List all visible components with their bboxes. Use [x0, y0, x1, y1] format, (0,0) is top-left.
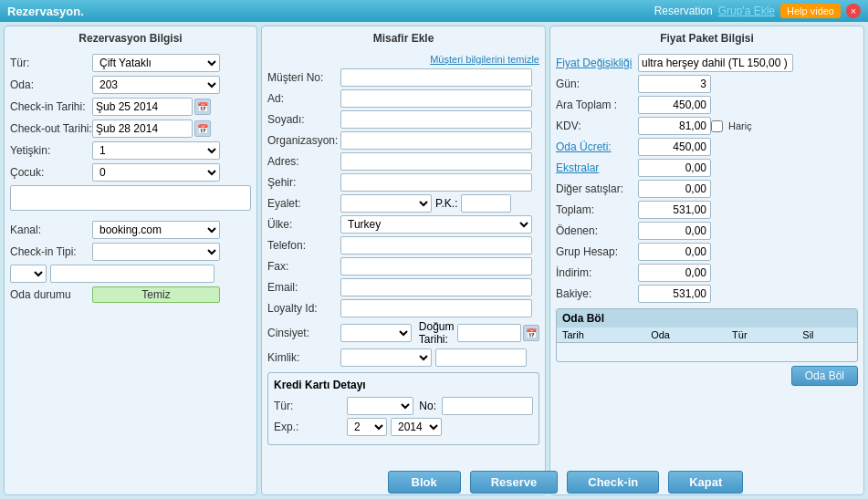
loyalty-input[interactable] — [340, 299, 532, 317]
eyalet-label: Eyalet: — [267, 197, 340, 210]
odenen-value: 0,00 — [638, 222, 711, 240]
notes-area[interactable] — [10, 185, 251, 211]
telefon-label: Telefon: — [267, 239, 340, 252]
checkout-input[interactable]: Şub 28 2014 — [92, 120, 193, 138]
dogum-calendar-icon[interactable]: 📅 — [523, 325, 539, 341]
telefon-input[interactable] — [340, 236, 532, 255]
organizasyon-input[interactable] — [340, 131, 532, 150]
paket-input[interactable]: ultra herşey dahil (TL 150,00 ) — [638, 54, 793, 72]
fiyat-degisikligi-link[interactable]: Fiyat Değişikliği — [556, 57, 638, 69]
left-panel: Rezervasyon Bilgisi Tür: Çift Yataklı Od… — [4, 26, 257, 495]
musteri-no-input[interactable] — [340, 68, 532, 87]
odenen-row: Ödenen: 0,00 — [556, 222, 858, 240]
odenen-label: Ödenen: — [556, 224, 638, 237]
kimlik-input[interactable] — [435, 348, 527, 367]
tur-select[interactable]: Çift Yataklı — [92, 54, 220, 72]
checkout-row: Check-out Tarihi: Şub 28 2014 📅 — [10, 120, 251, 138]
indirim-value: 0,00 — [638, 264, 711, 282]
reservation-link[interactable]: Reservation — [654, 5, 713, 17]
oda-bol-table: Tarih Oda Tür Sil — [557, 327, 857, 361]
dogum-label: DoğumTarihi: — [419, 320, 455, 346]
haris-checkbox[interactable] — [711, 120, 723, 132]
yetiskin-row: Yetişkin: 1 2 3 — [10, 141, 251, 160]
fax-input[interactable] — [340, 257, 532, 275]
yetiskin-select[interactable]: 1 2 3 — [92, 141, 220, 160]
kanal-label: Kanal: — [10, 224, 92, 236]
cocuk-select[interactable]: 0 1 2 — [92, 163, 220, 182]
oda-row: Oda: 203 — [10, 76, 251, 94]
topbar-right: Reservation Grup'a Ekle Help video × — [654, 4, 861, 18]
col-sil: Sil — [797, 327, 857, 343]
cocuk-row: Çocuk: 0 1 2 — [10, 163, 251, 182]
sehir-label: Şehir: — [267, 176, 340, 189]
musteri-no-row: Müşteri No: — [267, 68, 539, 87]
indirim-label: İndirim: — [556, 266, 638, 279]
haris-label: Hariç — [728, 120, 752, 131]
kdv-value: 81,00 — [638, 117, 711, 135]
bakiye-value: 531,00 — [638, 285, 711, 303]
kredi-tur-select[interactable] — [347, 397, 413, 415]
tur-label: Tür: — [10, 57, 92, 69]
checkin-sub-input[interactable] — [50, 265, 214, 283]
kimlik-select[interactable] — [340, 348, 432, 367]
adres-label: Adres: — [267, 155, 340, 168]
col-tur: Tür — [727, 327, 797, 343]
ulke-select[interactable]: Turkey — [340, 215, 532, 234]
reserve-button[interactable]: Reserve — [470, 471, 559, 494]
ekstralar-label[interactable]: Ekstralar — [556, 161, 638, 174]
pk-label: P.K.: — [435, 197, 457, 210]
checkin-label: Check-in Tarihi: — [10, 100, 92, 113]
pk-input[interactable] — [461, 194, 511, 213]
soyadi-input[interactable] — [340, 110, 532, 129]
grup-hesap-label: Grup Hesap: — [556, 245, 638, 258]
close-button[interactable]: × — [846, 4, 861, 18]
kredi-no-input[interactable] — [442, 397, 533, 415]
bakiye-label: Bakiye: — [556, 287, 638, 300]
adres-input[interactable] — [340, 152, 532, 171]
kanal-select[interactable]: booking.com — [92, 221, 220, 239]
oda-label: Oda: — [10, 78, 92, 91]
sehir-input[interactable] — [340, 173, 532, 192]
cocuk-label: Çocuk: — [10, 166, 92, 179]
checkout-calendar-icon[interactable]: 📅 — [194, 120, 211, 137]
oda-ucreti-label[interactable]: Oda Ücreti: — [556, 140, 638, 153]
checkout-date-field: Şub 28 2014 📅 — [92, 120, 211, 138]
oda-durumu-label: Oda durumu — [10, 288, 92, 301]
ekstralar-value: 0,00 — [638, 159, 711, 177]
gruba-link[interactable]: Grup'a Ekle — [718, 5, 775, 17]
checkin-sub-select1[interactable] — [10, 265, 47, 283]
kapat-button[interactable]: Kapat — [668, 471, 743, 494]
oda-bol-btn-row: Oda Böl — [556, 366, 858, 386]
checkin-tipi-select[interactable] — [92, 243, 220, 261]
exp-row: Exp.: 2 2014 — [274, 418, 533, 436]
fiyat-degisikligi-row: Fiyat Değişikliği ultra herşey dahil (TL… — [556, 54, 858, 72]
email-input[interactable] — [340, 278, 532, 296]
toplam-row: Toplam: 531,00 — [556, 201, 858, 219]
dogum-input[interactable] — [457, 324, 521, 342]
eyalet-select[interactable] — [340, 194, 432, 213]
ad-row: Ad: — [267, 89, 539, 108]
exp-month-select[interactable]: 2 — [347, 418, 387, 436]
cinsiyet-select[interactable] — [340, 324, 412, 342]
checkout-label: Check-out Tarihi: — [10, 122, 92, 135]
ad-input[interactable] — [340, 89, 532, 108]
oda-ucreti-value: 450,00 — [638, 138, 711, 156]
help-button[interactable]: Help video — [780, 4, 841, 18]
kredi-tur-row: Tür: No: — [274, 397, 533, 415]
checkin-calendar-icon[interactable]: 📅 — [194, 99, 211, 115]
ara-toplam-value: 450,00 — [638, 96, 711, 114]
checkin-button[interactable]: Check-in — [567, 471, 659, 494]
exp-year-select[interactable]: 2014 — [391, 418, 442, 436]
musteri-temizle-link[interactable]: Müşteri bilgilerini temizle — [267, 54, 539, 65]
main-container: Rezervasyon Bilgisi Tür: Çift Yataklı Od… — [0, 22, 868, 499]
oda-bol-button[interactable]: Oda Böl — [791, 366, 858, 386]
blok-button[interactable]: Blok — [388, 471, 461, 494]
oda-select[interactable]: 203 — [92, 76, 220, 94]
oda-bol-section: Oda Böl Tarih Oda Tür Sil — [556, 308, 858, 362]
telefon-row: Telefon: — [267, 236, 539, 255]
exp-label: Exp.: — [274, 421, 347, 433]
oda-durumu-row: Oda durumu Temiz — [10, 286, 251, 303]
tur-row: Tür: Çift Yataklı — [10, 54, 251, 72]
page-title: Rezervasyon. — [7, 5, 84, 18]
checkin-input[interactable]: Şub 25 2014 — [92, 98, 193, 116]
